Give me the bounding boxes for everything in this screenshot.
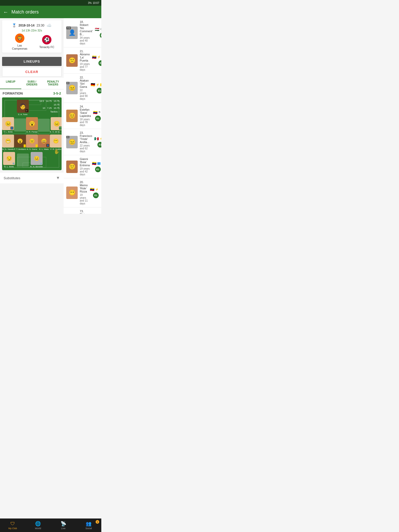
player-avatar-def1: 😐 👤 (2, 117, 14, 130)
player-name-mid1: B. G. Nando (2, 148, 14, 150)
flag-gianni: 🇻🇪 (92, 161, 96, 165)
mid-row: 😬 B. G. Nando 😮 F. T. Arellano 😐 (2, 135, 43, 150)
flag-18: 🇭🇺 (95, 27, 99, 31)
player-name-elvis: 73. Elvis 'Tio' De Rosa (80, 210, 89, 214)
im-badge-22: IM (66, 82, 69, 84)
substitutes-label: Substitutes (4, 176, 20, 180)
player-age-21: 19 years and 77 days (80, 63, 90, 71)
main-container: 🥈 2018-10-14 23:30 ☁️ 1d 13h 22m 32s 🦁 L… (0, 18, 101, 214)
player-avatar-memo: 😶 (66, 187, 78, 199)
player-info-gianni: Gianni 'Boia' Entrena 19 years and 42 da… (80, 157, 90, 176)
player-name-gk: S. A. Todo (18, 113, 27, 116)
match-card: 🥈 2018-10-14 23:30 ☁️ 1d 13h 22m 32s 🦁 L… (2, 20, 62, 53)
substitutes-chevron: ▼ (56, 176, 60, 180)
football-field: 14.5 14.75 13.75 10.75 10 7.25 10.75 Tac… (2, 97, 62, 170)
player-name-mid2: F. T. Arellano (14, 148, 26, 150)
clear-button[interactable]: CLEAR (2, 67, 62, 77)
player-info-memo: 20. Memo 'Ride' Rizza 19 years and 11 da… (80, 181, 88, 205)
top-nav: ← Match orders (0, 6, 101, 18)
lineups-button[interactable]: LINEUPS (2, 57, 62, 66)
player-name-def1: T. L. Bolla (3, 131, 12, 133)
match-date: 2018-10-14 (18, 24, 34, 27)
player-name-mid3: A. S. Garra (27, 148, 37, 150)
tab-subs[interactable]: SUBS / ORDERS (21, 78, 43, 89)
time-text: 10:07 (93, 2, 99, 4)
player-slot-mid1: 😬 B. G. Nando (2, 135, 14, 150)
player-avatar-18: 👤 FW (66, 26, 78, 39)
player-right-21: 🇻🇪 ⚡ ✚ E1 (92, 55, 101, 66)
player-right-gianni: 🇻🇪 👥 E1 (92, 161, 101, 172)
back-button[interactable]: ← (3, 9, 8, 15)
player-name-21: 21. Abramo 'La' Puerta (80, 50, 90, 62)
player-avatar-def2 (14, 118, 26, 131)
player-age-24: 18 years and 78 days (80, 118, 91, 127)
formation-value: 3-5-2 (53, 91, 61, 95)
player-name-memo: 20. Memo 'Ride' Rizza (80, 181, 88, 193)
player-avatar-gk: 🧑 ▷ (17, 100, 29, 113)
player-name-22: 22. Atakan 'Sin' Garra (80, 76, 89, 88)
yellow-card-22 (100, 83, 101, 86)
player-name-gianni: Gianni 'Boia' Entrena (80, 157, 90, 167)
bolt-icon-memo: ⚡ (95, 188, 99, 191)
player-right-23: 🇲🇽 ⚡ E1 (94, 137, 101, 148)
gk-row: 🧑 ▷ S. A. Todo (2, 100, 43, 116)
player-icon-fwd3: ⚙️ (40, 162, 42, 165)
player-info-24: 24. Estefan 'Saca' Lapiedra 18 years and… (80, 105, 91, 127)
match-countdown: 1d 13h 22m 32s (5, 29, 59, 32)
list-item: 🙁 21. Abramo 'La' Puerta 19 years and 77… (64, 48, 101, 73)
player-avatar-21: 🙁 (66, 54, 78, 67)
yellow-card-mid2 (24, 144, 26, 147)
player-name-23: 23. Francisco 'Triste' Arella... (80, 131, 92, 144)
match-date-row: 🥈 2018-10-14 23:30 ☁️ (5, 23, 59, 28)
def-row: 😐 👤 T. L. Bolla 😮 A. R. Parejo (2, 117, 43, 133)
flag-23: 🇲🇽 (94, 137, 99, 141)
right-panel: 👤 FW 18. Róbert 'No Comment' B... 34 yea… (64, 18, 101, 214)
player-icon-def5: 🛡 (59, 127, 62, 130)
player-avatar-mid4: 😄 👤 (38, 135, 50, 148)
tab-lineup[interactable]: LINEUP (0, 78, 21, 89)
left-panel: 🥈 2018-10-14 23:30 ☁️ 1d 13h 22m 32s 🦁 L… (0, 18, 64, 214)
player-icon-mid4: 👤 (46, 144, 49, 147)
player-age-22: 22 years and 90 days (80, 89, 89, 100)
player-slot-def5: 😑 🛡 E. S. de la Mot (50, 117, 62, 133)
player-avatar-def5: 😑 🛡 (51, 117, 62, 130)
badge-22: E1 (97, 88, 101, 94)
weather-icon: ☁️ (46, 23, 52, 28)
list-item: 😑 IM 23. Francisco 'Triste' Arella... 22… (64, 129, 101, 155)
flag-22: 🇩🇪 (91, 83, 95, 87)
list-item: 😎 73. Elvis 'Tio' De Rosa 34 years and 4… (64, 208, 101, 214)
status-bar: 3% 10:07 (0, 0, 101, 6)
player-age-23: 22 years and 62 days (80, 144, 92, 153)
badge-gianni: E1 (95, 167, 101, 172)
bolt-icon-23: ⚡ (99, 137, 101, 140)
player-slot-def1: 😐 👤 T. L. Bolla (2, 117, 14, 133)
player-slot-fwd3: 😐 ⚙️ R. N. Börönte (30, 152, 43, 168)
player-age-18: 34 years and 40 days (80, 36, 93, 45)
gear-icon-18: ⚙ (100, 28, 101, 31)
player-avatar-mid2: 😮 (14, 135, 26, 148)
player-slot-def2 (14, 118, 26, 132)
player-avatar-23: 😑 IM (66, 136, 78, 148)
player-avatar-mid1: 😬 (2, 135, 14, 148)
player-icon-fwd1: ⚙️ (12, 162, 15, 165)
player-age-memo: 19 years and 11 days (80, 194, 88, 205)
player-name-def5: E. S. de la Mot (50, 131, 62, 133)
player-avatar-mid5: 😶 (50, 135, 62, 148)
people-icon-gianni: 👥 (97, 162, 101, 165)
player-slot-def3: 😮 A. R. Parejo (26, 117, 38, 133)
flag-21: 🇻🇪 (92, 55, 96, 59)
list-item: 😶 20. Memo 'Ride' Rizza 19 years and 11 … (64, 178, 101, 207)
player-avatar-def3: 😮 (26, 117, 38, 130)
player-avatar-fwd1: 😏 ⚙️ (3, 152, 15, 165)
home-team-name: Las Campeonas (9, 44, 30, 50)
away-team: ⚽ Tenacity FC (39, 35, 54, 49)
player-info-21: 21. Abramo 'La' Puerta 19 years and 77 d… (80, 50, 90, 71)
player-name-fwd1: D. L. Bolla (4, 165, 14, 168)
tab-penalty[interactable]: PENALTY TAKERS (42, 78, 64, 89)
action-buttons: LINEUPS CLEAR (2, 55, 62, 78)
player-slot-def4 (38, 119, 50, 132)
substitutes-row[interactable]: Substitutes ▼ (0, 172, 64, 183)
tabs-row: LINEUP SUBS / ORDERS PENALTY TAKERS (0, 78, 64, 89)
player-slot-mid5: 😶 F. R. Golets (50, 135, 62, 150)
player-name-fwd3: R. N. Börönte (30, 165, 43, 168)
